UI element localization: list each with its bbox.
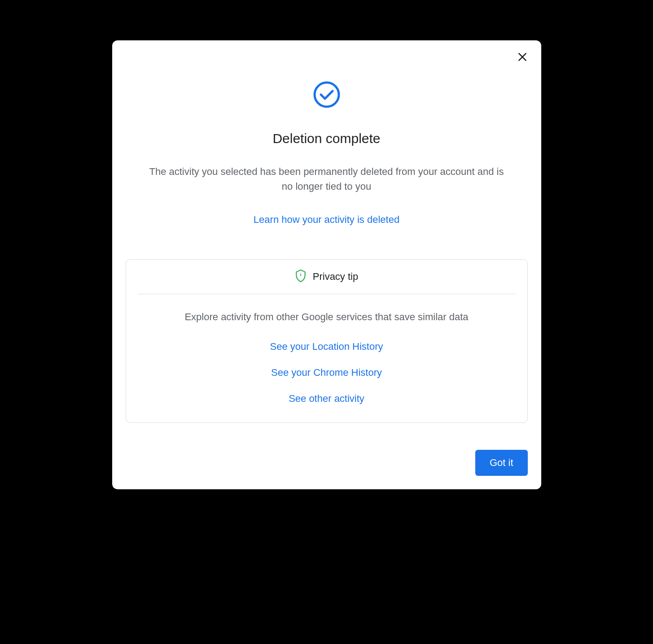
close-icon <box>517 51 528 64</box>
dialog-title: Deletion complete <box>126 131 528 146</box>
learn-how-deleted-link[interactable]: Learn how your activity is deleted <box>254 214 399 226</box>
checkmark-circle-icon <box>126 81 528 109</box>
deletion-complete-dialog: Deletion complete The activity you selec… <box>112 40 541 489</box>
svg-rect-4 <box>300 274 301 275</box>
tip-body: Explore activity from other Google servi… <box>126 294 527 422</box>
dialog-description: The activity you selected has been perma… <box>126 164 528 194</box>
dialog-header: Deletion complete The activity you selec… <box>126 58 528 259</box>
close-button[interactable] <box>513 48 531 66</box>
svg-point-2 <box>315 83 339 107</box>
svg-point-3 <box>300 275 301 276</box>
tip-header: Privacy tip <box>126 260 527 294</box>
tip-links-list: See your Location History See your Chrom… <box>135 341 518 405</box>
privacy-tip-card: Privacy tip Explore activity from other … <box>126 259 528 423</box>
chrome-history-link[interactable]: See your Chrome History <box>271 367 382 379</box>
got-it-button[interactable]: Got it <box>475 450 528 476</box>
dialog-footer: Got it <box>126 445 528 476</box>
shield-icon <box>295 270 307 284</box>
tip-description: Explore activity from other Google servi… <box>135 311 518 323</box>
location-history-link[interactable]: See your Location History <box>270 341 383 352</box>
other-activity-link[interactable]: See other activity <box>289 393 364 405</box>
tip-title: Privacy tip <box>313 271 358 283</box>
